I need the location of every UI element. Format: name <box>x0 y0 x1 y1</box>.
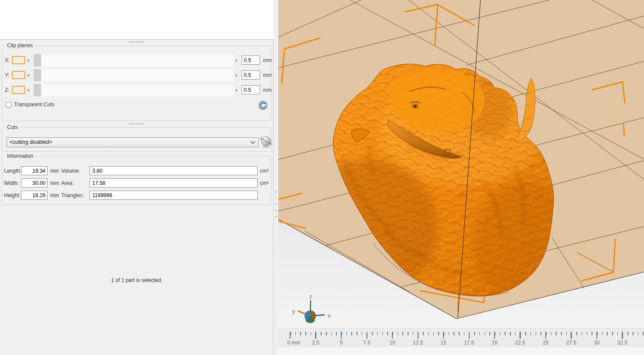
vertical-splitter[interactable] <box>274 0 278 355</box>
clip-z-value-input[interactable] <box>242 85 260 94</box>
chevron-down-icon <box>250 141 256 144</box>
info-row-width-area: Width: mm Area: cm² <box>2 178 270 188</box>
clip-z-right-arrow-icon[interactable]: › <box>235 87 237 93</box>
area-unit: cm² <box>260 180 269 186</box>
clip-z-left-arrow-icon[interactable]: ‹ <box>28 87 29 93</box>
cutting-mode-selected: <cutting disabled> <box>10 139 52 145</box>
information-group: Information Length: mm Volume: cm³ Width… <box>2 156 271 205</box>
length-input[interactable] <box>21 166 48 175</box>
clip-z-slider[interactable] <box>33 84 234 96</box>
ruler-label: 7.5 <box>363 340 370 346</box>
clip-plane-row-x: X: ‹ › mm <box>2 54 270 67</box>
scene-canvas[interactable]: z y x <box>278 0 644 355</box>
width-label: Width: <box>4 180 19 186</box>
ruler-label: 10 <box>389 340 395 346</box>
transparent-cuts-checkbox[interactable] <box>6 102 11 108</box>
clip-z-toggle-button[interactable] <box>12 86 25 94</box>
volume-unit: cm³ <box>260 168 269 174</box>
clip-x-label: X: <box>5 57 10 63</box>
cuts-group: Cuts <cutting disabled> <box>2 127 271 152</box>
triangles-label: Triangles: <box>61 192 84 198</box>
length-unit: mm <box>50 168 59 174</box>
clip-x-slider-thumb[interactable] <box>34 54 41 66</box>
clip-y-left-arrow-icon[interactable]: ‹ <box>28 72 29 78</box>
volume-label: Volume: <box>61 168 80 174</box>
selection-status-text: 1 of 1 part is selected. <box>0 277 274 283</box>
horizontal-splitter-handle[interactable]: ▪▪▪▪▪▪▪ <box>0 41 274 45</box>
clip-z-slider-thumb[interactable] <box>34 84 41 96</box>
vertical-splitter-dots <box>275 191 277 218</box>
axis-z-label: z <box>309 293 312 300</box>
ruler-label: 30 <box>594 340 599 346</box>
length-label: Length: <box>4 168 21 174</box>
area-label: Area: <box>61 180 74 186</box>
ruler-label: 2.5 <box>312 340 319 346</box>
clip-y-label: Y: <box>5 72 10 78</box>
clip-y-slider-thumb[interactable] <box>34 69 41 81</box>
ruler-label: 27.5 <box>566 340 576 346</box>
clip-x-value-input[interactable] <box>242 56 260 65</box>
info-row-length-volume: Length: mm Volume: cm³ <box>2 166 270 176</box>
axis-x-label: x <box>328 312 331 319</box>
viewport-3d[interactable]: z y x 0 mm 2.5 5 7.5 10 12.5 15 17.5 20 … <box>278 0 644 355</box>
horizontal-splitter-handle-2[interactable]: ▪▪▪▪▪▪▪ <box>0 122 274 126</box>
clip-y-toggle-button[interactable] <box>12 71 25 79</box>
height-label: Height: <box>4 192 21 198</box>
clip-x-unit: mm <box>263 57 272 63</box>
ruler-label: 25 <box>543 340 548 346</box>
ruler-label: 15 <box>440 340 446 346</box>
ruler-minor-ticks <box>290 332 644 335</box>
clip-z-label: Z: <box>5 87 10 93</box>
clip-y-value-input[interactable] <box>242 70 260 80</box>
height-input[interactable] <box>21 191 48 200</box>
clip-planes-title: Clip planes <box>5 42 35 49</box>
cut-sphere-icon[interactable] <box>260 135 273 149</box>
cuts-title: Cuts <box>5 124 20 130</box>
clip-y-right-arrow-icon[interactable]: › <box>235 72 237 78</box>
clip-y-slider[interactable] <box>33 69 234 81</box>
clip-z-unit: mm <box>263 87 272 93</box>
ruler-label: 12.5 <box>413 340 423 346</box>
cutting-mode-dropdown[interactable]: <cutting disabled> <box>7 137 259 147</box>
area-input[interactable] <box>90 178 258 188</box>
height-unit: mm <box>50 192 59 198</box>
clip-y-unit: mm <box>263 72 272 78</box>
clip-x-toggle-button[interactable] <box>12 56 25 64</box>
transparent-cuts-label: Transparent Cuts <box>14 101 54 108</box>
clip-x-slider[interactable] <box>33 54 234 66</box>
clip-x-right-arrow-icon[interactable]: › <box>235 57 237 63</box>
clip-plane-row-y: Y: ‹ › mm <box>2 69 270 82</box>
triangles-input[interactable] <box>90 191 258 200</box>
info-row-height-triangles: Height: mm Triangles: <box>2 191 270 200</box>
ruler-label: 0 mm <box>287 340 300 346</box>
ruler-label: 5 <box>340 340 343 346</box>
axis-gizmo: z y x <box>292 293 331 323</box>
clip-planes-group: Clip planes X: ‹ › mm Y: ‹ › mm Z: ‹ › <box>2 45 271 121</box>
left-panel: ▪▪▪▪▪▪▪ Clip planes X: ‹ › mm Y: ‹ › mm … <box>0 0 274 355</box>
ruler-label: 22.5 <box>515 340 525 346</box>
volume-input[interactable] <box>90 166 258 175</box>
ruler-label: 32.5 <box>617 340 627 346</box>
information-title: Information <box>5 153 35 159</box>
parts-list-area[interactable] <box>0 0 274 40</box>
axis-y-label: y <box>292 308 295 314</box>
ruler-label: 17.5 <box>464 340 474 346</box>
clip-x-left-arrow-icon[interactable]: ‹ <box>28 57 29 63</box>
ruler-mm: 0 mm 2.5 5 7.5 10 12.5 15 17.5 20 22.5 2… <box>278 328 644 347</box>
reset-clip-planes-icon[interactable] <box>258 100 268 111</box>
clip-plane-row-z: Z: ‹ › mm <box>2 84 270 97</box>
width-unit: mm <box>50 180 59 186</box>
width-input[interactable] <box>21 178 48 188</box>
ruler-label: 20 <box>492 340 497 346</box>
model-eye <box>414 105 417 108</box>
